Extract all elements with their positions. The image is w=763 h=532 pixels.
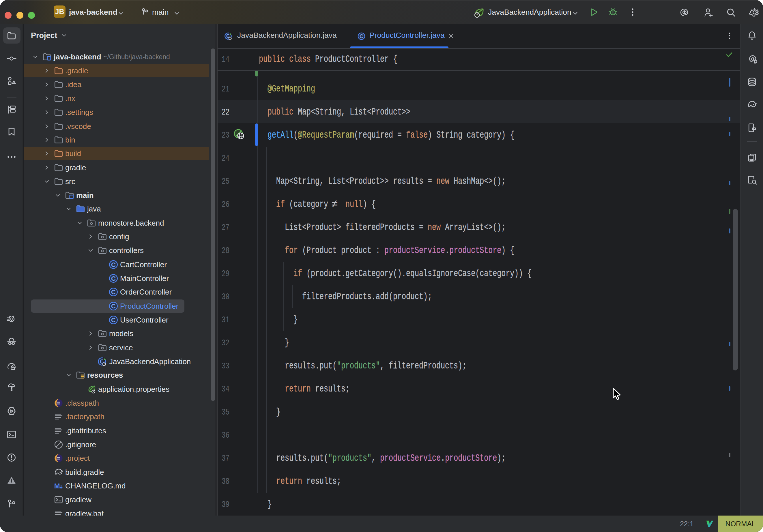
svg-text:C: C <box>111 316 116 324</box>
svg-text:M: M <box>54 482 60 490</box>
svg-text:C: C <box>111 275 116 282</box>
svg-text:C: C <box>360 33 364 39</box>
svg-text:C: C <box>111 261 116 268</box>
svg-text:C: C <box>111 288 116 296</box>
svg-text:C: C <box>111 303 116 310</box>
